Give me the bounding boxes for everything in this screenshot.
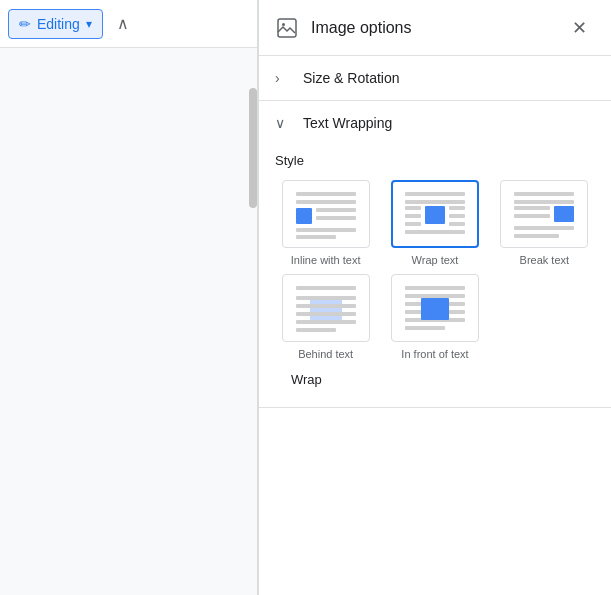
svg-rect-0 [278, 19, 296, 37]
svg-rect-34 [405, 294, 465, 298]
style-option-break[interactable]: Break text [494, 180, 595, 266]
size-rotation-title: Size & Rotation [303, 70, 400, 86]
style-option-inline[interactable]: Inline with text [275, 180, 376, 266]
text-wrapping-header[interactable]: ∨ Text Wrapping [259, 101, 611, 145]
svg-rect-39 [421, 298, 449, 320]
svg-rect-11 [425, 206, 445, 224]
svg-rect-7 [296, 228, 356, 232]
svg-rect-17 [449, 222, 465, 226]
scrollbar[interactable] [249, 88, 257, 208]
collapse-button[interactable]: ∧ [107, 8, 139, 40]
chevron-right-icon: › [275, 70, 295, 86]
svg-rect-33 [405, 286, 465, 290]
style-grid-row1: Inline with text [275, 180, 595, 266]
text-wrapping-content: Style [259, 145, 611, 407]
chevron-up-icon: ∧ [117, 14, 129, 33]
svg-rect-38 [405, 326, 445, 330]
svg-rect-3 [296, 200, 356, 204]
front-icon-box [391, 274, 479, 342]
behind-icon-box [282, 274, 370, 342]
close-button[interactable]: ✕ [563, 12, 595, 44]
svg-rect-2 [296, 192, 356, 196]
svg-rect-28 [296, 296, 356, 300]
svg-rect-20 [514, 200, 574, 204]
svg-rect-16 [449, 214, 465, 218]
size-rotation-section: › Size & Rotation [259, 56, 611, 101]
svg-rect-9 [405, 192, 465, 196]
break-icon-box [500, 180, 588, 248]
svg-rect-8 [296, 235, 336, 239]
style-option-front[interactable]: In front of text [384, 274, 485, 360]
svg-rect-4 [296, 208, 312, 224]
svg-rect-15 [449, 206, 465, 210]
break-label: Break text [520, 254, 570, 266]
close-icon: ✕ [572, 17, 587, 39]
svg-rect-32 [296, 328, 336, 332]
inline-icon-box [282, 180, 370, 248]
svg-rect-10 [405, 200, 465, 204]
wrap-icon-box [391, 180, 479, 248]
front-label: In front of text [401, 348, 468, 360]
svg-rect-21 [554, 206, 574, 222]
toolbar: ✏ Editing ▾ ∧ [0, 0, 257, 48]
svg-rect-6 [316, 216, 356, 220]
left-panel: ✏ Editing ▾ ∧ [0, 0, 258, 595]
editing-label: Editing [37, 16, 80, 32]
style-option-behind[interactable]: Behind text [275, 274, 376, 360]
svg-rect-29 [296, 304, 356, 308]
chevron-down-icon: ▾ [86, 17, 92, 31]
svg-rect-24 [514, 226, 574, 230]
text-wrapping-section: ∨ Text Wrapping Style [259, 101, 611, 408]
style-grid-row2: Behind text [275, 274, 595, 360]
svg-rect-14 [405, 222, 421, 226]
svg-rect-19 [514, 192, 574, 196]
svg-rect-31 [296, 320, 356, 324]
panel-title: Image options [311, 19, 551, 37]
svg-rect-13 [405, 214, 421, 218]
pencil-icon: ✏ [19, 16, 31, 32]
svg-rect-5 [316, 208, 356, 212]
inline-label: Inline with text [291, 254, 361, 266]
wrap-label-text: Wrap text [412, 254, 459, 266]
wrap-section-label: Wrap [275, 372, 595, 387]
svg-rect-22 [514, 206, 550, 210]
behind-label: Behind text [298, 348, 353, 360]
svg-rect-18 [405, 230, 465, 234]
empty-cell [494, 274, 595, 360]
style-option-wrap[interactable]: Wrap text [384, 180, 485, 266]
image-icon [275, 16, 299, 40]
editing-button[interactable]: ✏ Editing ▾ [8, 9, 103, 39]
text-wrapping-title: Text Wrapping [303, 115, 392, 131]
image-options-panel: Image options ✕ › Size & Rotation ∨ Text… [258, 0, 611, 595]
svg-point-1 [282, 23, 285, 26]
svg-rect-12 [405, 206, 421, 210]
document-area [0, 48, 257, 595]
svg-rect-27 [296, 286, 356, 290]
panel-header: Image options ✕ [259, 0, 611, 56]
svg-rect-25 [514, 234, 559, 238]
size-rotation-header[interactable]: › Size & Rotation [259, 56, 611, 100]
svg-rect-23 [514, 214, 550, 218]
chevron-down-icon: ∨ [275, 115, 295, 131]
svg-rect-30 [296, 312, 356, 316]
style-label: Style [275, 153, 595, 168]
